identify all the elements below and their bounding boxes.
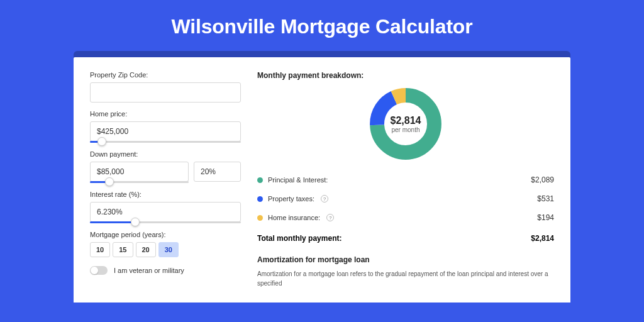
swatch-pi-icon xyxy=(257,177,263,183)
help-icon[interactable]: ? xyxy=(326,214,334,221)
amortization-title: Amortization for mortgage loan xyxy=(257,255,554,264)
interest-slider-fill xyxy=(90,221,135,223)
legend-value-tax: $531 xyxy=(537,194,554,203)
interest-slider-thumb[interactable] xyxy=(131,218,140,226)
interest-slider[interactable] xyxy=(90,221,241,223)
amortization-text: Amortization for a mortgage loan refers … xyxy=(257,269,554,288)
veteran-row: I am veteran or military xyxy=(90,266,241,275)
legend-value-pi: $2,089 xyxy=(531,175,554,184)
inputs-column: Property Zip Code: Home price: Down paym… xyxy=(90,71,241,303)
legend-label-pi: Principal & Interest: xyxy=(268,176,328,184)
legend-left-tax: Property taxes: ? xyxy=(257,195,328,203)
donut-center-value: $2,814 xyxy=(391,115,421,126)
home-price-input[interactable] xyxy=(90,121,241,142)
down-payment-label: Down payment: xyxy=(90,150,241,158)
home-price-slider-thumb[interactable] xyxy=(97,137,106,146)
period-btn-10[interactable]: 10 xyxy=(90,242,110,257)
legend-left-pi: Principal & Interest: xyxy=(257,176,328,184)
period-buttons: 10 15 20 30 xyxy=(90,242,241,257)
period-label: Mortgage period (years): xyxy=(90,231,241,238)
swatch-ins-icon xyxy=(257,215,263,221)
legend-label-tax: Property taxes: xyxy=(268,195,314,203)
hero: Wilsonville Mortgage Calculator xyxy=(0,0,644,51)
donut-wrap: $2,814 per month xyxy=(257,86,554,162)
period-btn-30[interactable]: 30 xyxy=(158,242,179,257)
home-price-group: Home price: xyxy=(90,110,241,143)
interest-input[interactable] xyxy=(90,202,241,222)
donut-center: $2,814 per month xyxy=(368,86,443,162)
zip-field-group: Property Zip Code: xyxy=(90,71,241,103)
down-payment-group: Down payment: xyxy=(90,150,241,183)
page-title: Wilsonville Mortgage Calculator xyxy=(0,15,644,38)
help-icon[interactable]: ? xyxy=(321,195,328,203)
calculator-card: Property Zip Code: Home price: Down paym… xyxy=(74,57,570,303)
down-payment-slider[interactable] xyxy=(90,181,189,183)
home-price-label: Home price: xyxy=(90,110,241,118)
legend-row-tax: Property taxes: ? $531 xyxy=(257,189,554,208)
breakdown-column: Monthly payment breakdown: $2,814 per mo… xyxy=(257,71,554,303)
donut-chart: $2,814 per month xyxy=(368,86,443,162)
total-label: Total monthly payment: xyxy=(257,234,341,243)
legend-label-ins: Home insurance: xyxy=(268,214,320,221)
veteran-label: I am veteran or military xyxy=(114,267,184,274)
interest-group: Interest rate (%): xyxy=(90,191,241,223)
interest-label: Interest rate (%): xyxy=(90,191,241,198)
swatch-tax-icon xyxy=(257,196,263,202)
total-row: Total monthly payment: $2,814 xyxy=(257,227,554,250)
legend-row-pi: Principal & Interest: $2,089 xyxy=(257,170,554,189)
down-payment-slider-thumb[interactable] xyxy=(105,177,114,186)
period-btn-20[interactable]: 20 xyxy=(136,242,156,257)
card-shadow: Property Zip Code: Home price: Down paym… xyxy=(74,51,570,303)
breakdown-title: Monthly payment breakdown: xyxy=(257,71,554,80)
period-group: Mortgage period (years): 10 15 20 30 xyxy=(90,231,241,257)
home-price-slider[interactable] xyxy=(90,141,241,143)
veteran-toggle[interactable] xyxy=(90,266,108,275)
total-value: $2,814 xyxy=(531,234,554,243)
down-payment-input[interactable] xyxy=(90,162,189,182)
zip-input[interactable] xyxy=(90,82,241,103)
donut-center-sub: per month xyxy=(391,126,419,133)
down-payment-pct-input[interactable] xyxy=(194,162,241,182)
legend-row-ins: Home insurance: ? $194 xyxy=(257,208,554,227)
period-btn-15[interactable]: 15 xyxy=(113,242,133,257)
zip-label: Property Zip Code: xyxy=(90,71,241,79)
legend-left-ins: Home insurance: ? xyxy=(257,214,334,221)
legend-value-ins: $194 xyxy=(537,213,554,222)
